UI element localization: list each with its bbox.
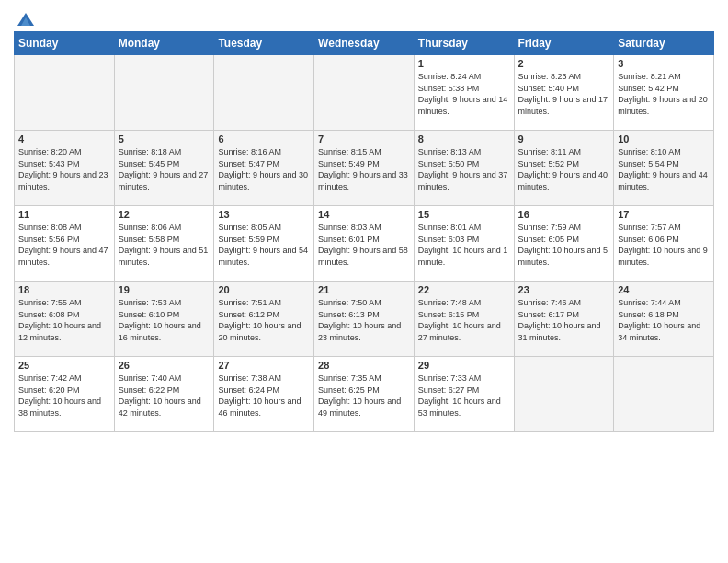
- col-monday: Monday: [114, 32, 214, 55]
- day-info: Sunrise: 7:57 AMSunset: 6:06 PMDaylight:…: [618, 222, 710, 268]
- day-number: 21: [318, 284, 410, 295]
- day-info: Sunrise: 8:03 AMSunset: 6:01 PMDaylight:…: [318, 222, 410, 268]
- calendar-header-row: Sunday Monday Tuesday Wednesday Thursday…: [15, 32, 714, 55]
- day-number: 3: [618, 58, 710, 69]
- calendar-cell: 28Sunrise: 7:35 AMSunset: 6:25 PMDayligh…: [314, 357, 415, 432]
- col-saturday: Saturday: [614, 32, 714, 55]
- day-info: Sunrise: 7:59 AMSunset: 6:05 PMDaylight:…: [518, 222, 610, 268]
- day-number: 16: [518, 209, 610, 220]
- calendar-cell: 25Sunrise: 7:42 AMSunset: 6:20 PMDayligh…: [15, 357, 115, 432]
- day-number: 19: [119, 284, 210, 295]
- calendar-cell: 2Sunrise: 8:23 AMSunset: 5:40 PMDaylight…: [514, 55, 614, 131]
- day-number: 6: [218, 133, 310, 144]
- calendar-cell: 15Sunrise: 8:01 AMSunset: 6:03 PMDayligh…: [414, 206, 514, 282]
- col-wednesday: Wednesday: [314, 32, 415, 55]
- day-info: Sunrise: 8:05 AMSunset: 5:59 PMDaylight:…: [218, 222, 310, 268]
- day-number: 17: [618, 209, 710, 220]
- calendar-cell: 13Sunrise: 8:05 AMSunset: 5:59 PMDayligh…: [214, 206, 314, 282]
- calendar-container: Sunday Monday Tuesday Wednesday Thursday…: [0, 0, 728, 442]
- calendar-cell: 19Sunrise: 7:53 AMSunset: 6:10 PMDayligh…: [114, 282, 214, 357]
- calendar-cell: 10Sunrise: 8:10 AMSunset: 5:54 PMDayligh…: [614, 131, 714, 206]
- calendar-cell: 8Sunrise: 8:13 AMSunset: 5:50 PMDaylight…: [414, 131, 514, 206]
- day-number: 20: [218, 284, 310, 295]
- calendar-cell: 26Sunrise: 7:40 AMSunset: 6:22 PMDayligh…: [114, 357, 214, 432]
- calendar-cell: 9Sunrise: 8:11 AMSunset: 5:52 PMDaylight…: [514, 131, 614, 206]
- day-number: 4: [18, 133, 110, 144]
- day-info: Sunrise: 7:46 AMSunset: 6:17 PMDaylight:…: [518, 297, 610, 343]
- calendar-cell: [514, 357, 614, 432]
- day-number: 10: [618, 133, 710, 144]
- calendar-cell: 4Sunrise: 8:20 AMSunset: 5:43 PMDaylight…: [15, 131, 115, 206]
- calendar-cell: 24Sunrise: 7:44 AMSunset: 6:18 PMDayligh…: [614, 282, 714, 357]
- calendar-cell: 1Sunrise: 8:24 AMSunset: 5:38 PMDaylight…: [414, 55, 514, 131]
- day-info: Sunrise: 7:50 AMSunset: 6:13 PMDaylight:…: [318, 297, 410, 343]
- day-number: 27: [218, 360, 310, 371]
- day-number: 7: [318, 133, 410, 144]
- calendar-cell: 6Sunrise: 8:16 AMSunset: 5:47 PMDaylight…: [214, 131, 314, 206]
- day-info: Sunrise: 8:11 AMSunset: 5:52 PMDaylight:…: [518, 146, 610, 192]
- logo-icon: [16, 9, 36, 29]
- day-info: Sunrise: 7:48 AMSunset: 6:15 PMDaylight:…: [418, 297, 510, 343]
- day-info: Sunrise: 7:44 AMSunset: 6:18 PMDaylight:…: [618, 297, 710, 343]
- calendar-table: Sunday Monday Tuesday Wednesday Thursday…: [14, 31, 714, 432]
- day-number: 29: [418, 360, 510, 371]
- day-info: Sunrise: 8:16 AMSunset: 5:47 PMDaylight:…: [218, 146, 310, 192]
- calendar-cell: 17Sunrise: 7:57 AMSunset: 6:06 PMDayligh…: [614, 206, 714, 282]
- day-info: Sunrise: 7:55 AMSunset: 6:08 PMDaylight:…: [18, 297, 110, 343]
- day-number: 26: [119, 360, 210, 371]
- day-number: 1: [418, 58, 510, 69]
- col-friday: Friday: [514, 32, 614, 55]
- calendar-cell: [614, 357, 714, 432]
- day-number: 14: [318, 209, 410, 220]
- logo: [14, 9, 36, 24]
- day-info: Sunrise: 8:24 AMSunset: 5:38 PMDaylight:…: [418, 71, 510, 117]
- day-info: Sunrise: 8:08 AMSunset: 5:56 PMDaylight:…: [18, 222, 110, 268]
- day-number: 11: [18, 209, 110, 220]
- day-info: Sunrise: 7:53 AMSunset: 6:10 PMDaylight:…: [119, 297, 210, 343]
- day-info: Sunrise: 7:38 AMSunset: 6:24 PMDaylight:…: [218, 373, 310, 419]
- day-info: Sunrise: 8:10 AMSunset: 5:54 PMDaylight:…: [618, 146, 710, 192]
- day-number: 22: [418, 284, 510, 295]
- day-info: Sunrise: 8:13 AMSunset: 5:50 PMDaylight:…: [418, 146, 510, 192]
- col-thursday: Thursday: [414, 32, 514, 55]
- day-info: Sunrise: 7:35 AMSunset: 6:25 PMDaylight:…: [318, 373, 410, 419]
- day-number: 8: [418, 133, 510, 144]
- day-number: 5: [119, 133, 210, 144]
- calendar-cell: 18Sunrise: 7:55 AMSunset: 6:08 PMDayligh…: [15, 282, 115, 357]
- calendar-cell: 29Sunrise: 7:33 AMSunset: 6:27 PMDayligh…: [414, 357, 514, 432]
- day-info: Sunrise: 8:18 AMSunset: 5:45 PMDaylight:…: [119, 146, 210, 192]
- day-number: 13: [218, 209, 310, 220]
- calendar-cell: 12Sunrise: 8:06 AMSunset: 5:58 PMDayligh…: [114, 206, 214, 282]
- calendar-cell: 16Sunrise: 7:59 AMSunset: 6:05 PMDayligh…: [514, 206, 614, 282]
- day-number: 25: [18, 360, 110, 371]
- calendar-body: 1Sunrise: 8:24 AMSunset: 5:38 PMDaylight…: [15, 55, 714, 432]
- day-info: Sunrise: 8:21 AMSunset: 5:42 PMDaylight:…: [618, 71, 710, 117]
- day-info: Sunrise: 8:15 AMSunset: 5:49 PMDaylight:…: [318, 146, 410, 192]
- day-info: Sunrise: 7:51 AMSunset: 6:12 PMDaylight:…: [218, 297, 310, 343]
- calendar-cell: 23Sunrise: 7:46 AMSunset: 6:17 PMDayligh…: [514, 282, 614, 357]
- day-number: 23: [518, 284, 610, 295]
- calendar-cell: 14Sunrise: 8:03 AMSunset: 6:01 PMDayligh…: [314, 206, 415, 282]
- day-number: 2: [518, 58, 610, 69]
- calendar-cell: 21Sunrise: 7:50 AMSunset: 6:13 PMDayligh…: [314, 282, 415, 357]
- day-info: Sunrise: 7:42 AMSunset: 6:20 PMDaylight:…: [18, 373, 110, 419]
- calendar-cell: 3Sunrise: 8:21 AMSunset: 5:42 PMDaylight…: [614, 55, 714, 131]
- col-tuesday: Tuesday: [214, 32, 314, 55]
- calendar-cell: [15, 55, 115, 131]
- day-number: 28: [318, 360, 410, 371]
- day-number: 24: [618, 284, 710, 295]
- calendar-header: [14, 9, 714, 24]
- calendar-cell: 7Sunrise: 8:15 AMSunset: 5:49 PMDaylight…: [314, 131, 415, 206]
- calendar-cell: 11Sunrise: 8:08 AMSunset: 5:56 PMDayligh…: [15, 206, 115, 282]
- day-info: Sunrise: 8:20 AMSunset: 5:43 PMDaylight:…: [18, 146, 110, 192]
- calendar-cell: [114, 55, 214, 131]
- day-info: Sunrise: 8:01 AMSunset: 6:03 PMDaylight:…: [418, 222, 510, 268]
- calendar-cell: 5Sunrise: 8:18 AMSunset: 5:45 PMDaylight…: [114, 131, 214, 206]
- day-number: 9: [518, 133, 610, 144]
- day-number: 12: [119, 209, 210, 220]
- day-info: Sunrise: 7:40 AMSunset: 6:22 PMDaylight:…: [119, 373, 210, 419]
- calendar-cell: [314, 55, 415, 131]
- day-info: Sunrise: 7:33 AMSunset: 6:27 PMDaylight:…: [418, 373, 510, 419]
- calendar-cell: 22Sunrise: 7:48 AMSunset: 6:15 PMDayligh…: [414, 282, 514, 357]
- col-sunday: Sunday: [15, 32, 115, 55]
